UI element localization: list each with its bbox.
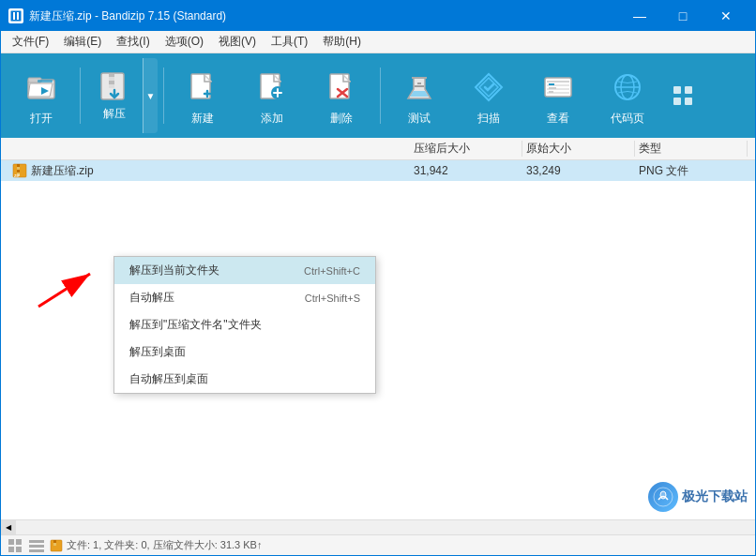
svg-rect-9	[109, 81, 114, 84]
svg-rect-26	[17, 164, 20, 167]
toolbar-sep-3	[380, 68, 381, 124]
svg-rect-0	[10, 10, 22, 22]
status-icon	[50, 539, 63, 552]
new-label: 新建	[191, 111, 214, 127]
svg-rect-37	[8, 547, 14, 552]
extract-label: 解压	[103, 106, 126, 122]
extract-dropdown-menu: 解压到当前文件夹 Ctrl+Shift+C 自动解压 Ctrl+Shift+S …	[113, 256, 376, 394]
horizontal-scrollbar[interactable]: ◀	[1, 519, 755, 534]
svg-rect-10	[109, 84, 114, 88]
app-icon	[8, 8, 23, 23]
grid-button[interactable]	[664, 58, 702, 133]
header-original-size: 原始大小	[522, 141, 635, 157]
status-text: 文件: 1, 文件夹: 0, 压缩文件大小: 31.3 KB↑	[67, 538, 262, 552]
svg-rect-28	[17, 170, 20, 173]
svg-rect-17	[549, 87, 556, 89]
scan-button[interactable]: 扫描	[456, 58, 522, 133]
svg-rect-27	[17, 167, 20, 170]
codepage-label: 代码页	[611, 111, 644, 127]
close-button[interactable]: ✕	[704, 1, 748, 31]
extract-to-current-folder[interactable]: 解压到当前文件夹 Ctrl+Shift+C	[114, 257, 375, 284]
svg-line-32	[38, 274, 90, 307]
menu-file[interactable]: 文件(F)	[5, 31, 56, 53]
open-button[interactable]: 打开	[8, 58, 74, 133]
table-row[interactable]: ZIP 新建压缩.zip 31,942 33,249 PNG 文件	[1, 160, 755, 181]
file-original-size-cell: 33,249	[522, 164, 635, 177]
scan-icon	[470, 66, 507, 109]
grid-icon	[664, 74, 702, 117]
file-name-cell: ZIP 新建压缩.zip	[8, 163, 410, 179]
svg-rect-18	[549, 91, 553, 93]
svg-point-34	[660, 491, 666, 499]
file-type-cell: PNG 文件	[635, 163, 748, 179]
svg-rect-7	[109, 73, 114, 77]
open-icon	[23, 66, 60, 109]
svg-rect-22	[685, 86, 692, 94]
menu-tools[interactable]: 工具(T)	[264, 31, 315, 53]
extract-to-desktop[interactable]: 解压到桌面	[114, 338, 375, 366]
red-arrow-indicator	[29, 260, 104, 319]
extract-button[interactable]: 解压	[86, 58, 143, 133]
list-mode-icon[interactable]	[29, 539, 44, 552]
svg-rect-43	[53, 540, 56, 543]
toolbar-sep-1	[80, 68, 81, 124]
svg-rect-1	[13, 12, 15, 20]
svg-rect-36	[16, 539, 22, 545]
auto-extract-to-desktop[interactable]: 自动解压到桌面	[114, 366, 375, 393]
extract-to-folder-name[interactable]: 解压到"压缩文件名"文件夹	[114, 311, 375, 338]
menu-options[interactable]: 选项(O)	[158, 31, 211, 53]
file-compressed-size-cell: 31,942	[410, 164, 522, 177]
add-label: 添加	[261, 111, 283, 127]
watermark: 极光下载站	[648, 482, 748, 512]
menu-edit[interactable]: 编辑(E)	[56, 31, 109, 53]
open-label: 打开	[30, 111, 53, 127]
view-label: 查看	[547, 111, 569, 127]
svg-rect-21	[673, 86, 681, 94]
svg-rect-8	[109, 77, 114, 81]
svg-rect-24	[685, 98, 692, 105]
svg-rect-44	[53, 543, 56, 546]
title-bar: 新建压缩.zip - Bandizip 7.15 (Standard) — □ …	[1, 1, 755, 31]
svg-text:ZIP: ZIP	[14, 173, 21, 178]
menu-help[interactable]: 帮助(H)	[315, 31, 369, 53]
delete-label: 删除	[330, 111, 353, 127]
svg-rect-2	[17, 12, 19, 20]
test-button[interactable]: 测试	[386, 58, 452, 133]
toolbar-sep-2	[163, 68, 164, 124]
content-area: 压缩后大小 原始大小 类型	[1, 138, 755, 534]
view-button[interactable]: 查看	[525, 58, 591, 133]
menu-find[interactable]: 查找(I)	[109, 31, 157, 53]
extract-dropdown-arrow[interactable]: ▼	[143, 58, 158, 133]
status-bar: 文件: 1, 文件夹: 0, 压缩文件大小: 31.3 KB↑	[1, 534, 755, 555]
scroll-left-button[interactable]: ◀	[1, 520, 16, 535]
test-icon	[401, 66, 438, 109]
svg-rect-41	[29, 549, 44, 552]
svg-rect-39	[29, 540, 44, 543]
delete-button[interactable]: 删除	[309, 58, 374, 133]
menu-bar: 文件(F) 编辑(E) 查找(I) 选项(O) 视图(V) 工具(T) 帮助(H…	[1, 31, 755, 53]
minimize-button[interactable]: —	[618, 1, 661, 31]
toolbar: 打开 解压 ▼	[1, 53, 755, 138]
add-icon	[253, 66, 291, 109]
header-compressed-size: 压缩后大小	[410, 141, 522, 157]
extract-button-group: 解压 ▼	[86, 58, 158, 133]
svg-rect-35	[8, 539, 14, 545]
menu-view[interactable]: 视图(V)	[211, 31, 264, 53]
svg-rect-16	[549, 83, 554, 85]
svg-rect-23	[673, 98, 681, 105]
codepage-button[interactable]: 代码页	[595, 58, 660, 133]
maximize-button[interactable]: □	[661, 1, 704, 31]
main-window: 新建压缩.zip - Bandizip 7.15 (Standard) — □ …	[0, 0, 756, 556]
scan-label: 扫描	[477, 111, 500, 127]
watermark-text: 极光下载站	[682, 488, 748, 505]
auto-extract[interactable]: 自动解压 Ctrl+Shift+S	[114, 284, 375, 311]
codepage-icon	[609, 66, 646, 109]
extract-icon	[98, 69, 131, 106]
window-title: 新建压缩.zip - Bandizip 7.15 (Standard)	[29, 8, 618, 24]
view-mode-icon[interactable]	[8, 539, 23, 552]
test-label: 测试	[408, 111, 431, 127]
new-button[interactable]: 新建	[170, 58, 235, 133]
zip-file-icon: ZIP	[12, 163, 27, 178]
window-controls: — □ ✕	[618, 1, 748, 31]
add-button[interactable]: 添加	[239, 58, 305, 133]
